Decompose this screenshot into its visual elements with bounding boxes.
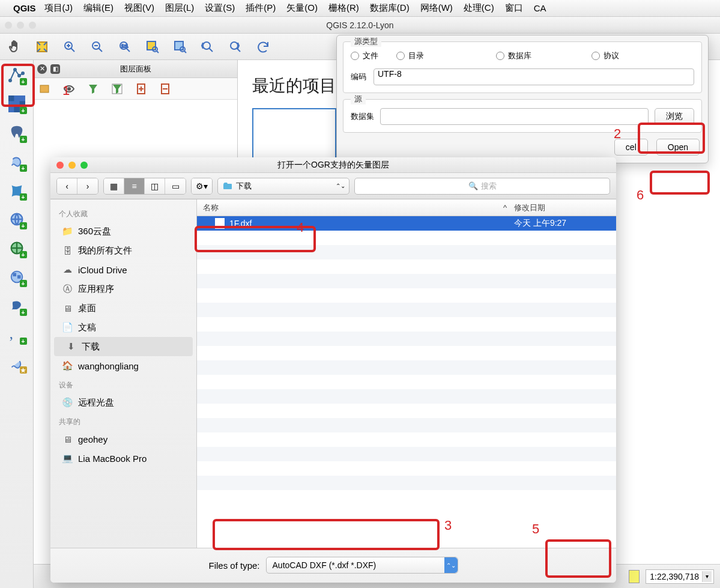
radio-directory[interactable]: 目录 <box>396 50 424 61</box>
menu-window[interactable]: 窗口 <box>505 2 523 14</box>
view-cover-icon[interactable]: ▭ <box>165 178 186 194</box>
download-icon: ⬇︎ <box>65 341 77 353</box>
file-columns[interactable]: 名称 ^ 修改日期 <box>197 199 616 216</box>
arrange-icon[interactable]: ⚙︎▾ <box>192 178 212 194</box>
radio-database[interactable]: 数据库 <box>496 50 531 61</box>
menu-view[interactable]: 视图(V) <box>124 2 154 14</box>
add-spatialite-icon[interactable]: + <box>5 150 28 173</box>
filetype-select[interactable]: AutoCAD DXF (*.dxf *.DXF) ⌃⌄ <box>266 557 458 574</box>
allfiles-icon: 🗄 <box>61 244 73 256</box>
sidebar-item-allfiles[interactable]: 🗄我的所有文件 <box>50 241 196 260</box>
radio-protocol[interactable]: 协议 <box>591 50 619 61</box>
sidebar-item-home[interactable]: 🏠wanghongliang <box>50 356 196 375</box>
path-dropdown[interactable]: 下载 ⌃⌄ <box>217 178 349 195</box>
encoding-select[interactable]: UTF-8 <box>374 68 694 85</box>
menu-plugins[interactable]: 插件(P) <box>246 2 276 14</box>
pan-icon[interactable] <box>5 37 24 56</box>
add-wcs-icon[interactable]: + <box>5 265 28 288</box>
add-group-icon[interactable] <box>38 82 52 95</box>
search-field[interactable]: 🔍 搜索 <box>354 178 610 195</box>
add-oracle-icon[interactable]: + <box>5 208 28 231</box>
zoom-full-icon[interactable] <box>32 37 52 56</box>
app-name[interactable]: QGIS <box>13 3 36 13</box>
fd-min-dot[interactable] <box>68 162 76 169</box>
fd-max-dot[interactable] <box>80 162 88 169</box>
menu-ca[interactable]: CA <box>534 3 546 13</box>
arrange[interactable]: ⚙︎▾ <box>191 178 213 195</box>
close-dot[interactable] <box>5 22 12 29</box>
menu-layer[interactable]: 图层(L) <box>165 2 194 14</box>
menu-edit[interactable]: 编辑(E) <box>83 2 113 14</box>
annotation-4-label: 4 <box>297 220 304 235</box>
zoom-next-icon[interactable] <box>226 37 245 56</box>
expand-icon[interactable] <box>135 82 148 95</box>
col-date[interactable]: 修改日期 <box>514 202 616 213</box>
sidebar-item-desktop[interactable]: 🖥桌面 <box>50 299 196 318</box>
file-row[interactable]: 1F.dxf 今天 上午9:27 <box>197 216 616 231</box>
sidebar-item-apps[interactable]: Ⓐ应用程序 <box>50 279 196 299</box>
max-dot[interactable] <box>29 22 36 29</box>
zoom-out-icon[interactable] <box>88 37 107 56</box>
nav-back-icon[interactable]: ‹ <box>57 178 77 194</box>
menu-raster[interactable]: 栅格(R) <box>328 2 359 14</box>
file-date: 今天 上午9:27 <box>514 218 616 229</box>
sidebar-item-360[interactable]: 📁360云盘 <box>50 222 196 241</box>
browse-button[interactable]: 浏览 <box>655 108 694 125</box>
panel-float-icon[interactable]: ◧ <box>50 64 60 74</box>
svg-point-13 <box>18 74 20 77</box>
sidebar-item-lia[interactable]: 💻Lia MacBook Pro <box>50 449 196 468</box>
sidebar-item-geohey[interactable]: 🖥geohey <box>50 429 196 449</box>
nav-back-forward[interactable]: ‹ › <box>56 178 98 195</box>
annotation-3-label: 3 <box>444 518 452 533</box>
add-postgis-icon[interactable]: + <box>5 121 28 144</box>
sidebar-item-documents[interactable]: 📄文稿 <box>50 318 196 337</box>
sidebar-item-downloads[interactable]: ⬇︎下载 <box>54 337 193 356</box>
fd-close-dot[interactable] <box>56 162 64 169</box>
menu-settings[interactable]: 设置(S) <box>205 2 235 14</box>
menu-processing[interactable]: 处理(C) <box>464 2 494 14</box>
src-open-button[interactable]: Open <box>656 139 700 156</box>
view-icons-icon[interactable]: ▦ <box>104 178 124 194</box>
chevron-down-icon[interactable]: ▾ <box>702 571 712 582</box>
expr-filter-icon[interactable] <box>110 82 124 95</box>
sidebar-item-icloud[interactable]: ☁︎iCloud Drive <box>50 260 196 279</box>
sort-indicator-icon[interactable]: ^ <box>496 203 514 212</box>
col-name[interactable]: 名称 <box>197 202 496 213</box>
panel-close-icon[interactable]: ✕ <box>37 64 47 74</box>
window-controls[interactable] <box>5 22 36 29</box>
nav-forward-icon[interactable]: › <box>77 178 98 194</box>
filter-icon[interactable] <box>86 82 100 95</box>
view-mode[interactable]: ▦ ≡ ◫ ▭ <box>103 178 186 195</box>
refresh-icon[interactable] <box>253 37 273 56</box>
file-rows[interactable]: 1F.dxf 今天 上午9:27 <box>197 216 616 548</box>
zoom-last-icon[interactable] <box>198 37 217 56</box>
file-sidebar: 个人收藏 📁360云盘 🗄我的所有文件 ☁︎iCloud Drive Ⓐ应用程序… <box>50 199 197 548</box>
add-wfs-icon[interactable]: + <box>5 294 28 317</box>
add-vector-icon[interactable]: + <box>5 64 28 86</box>
zoom-in-icon[interactable] <box>60 37 79 56</box>
add-wms-icon[interactable]: + <box>5 237 28 259</box>
scale-selector[interactable]: 1:22,390,718 ▾ <box>646 569 714 584</box>
zoom-layer-icon[interactable] <box>171 37 190 56</box>
home-icon: 🏠 <box>61 360 73 372</box>
collapse-icon[interactable] <box>159 82 172 95</box>
view-columns-icon[interactable]: ◫ <box>145 178 165 194</box>
add-raster-icon[interactable]: + <box>5 92 28 115</box>
menu-web[interactable]: 网络(W) <box>420 2 453 14</box>
zoom-native-icon[interactable]: 1:1 <box>115 37 135 56</box>
view-list-icon[interactable]: ≡ <box>124 178 145 194</box>
menu-database[interactable]: 数据库(D) <box>370 2 410 14</box>
file-icon <box>215 218 225 229</box>
dataset-input[interactable] <box>380 108 649 125</box>
add-delimited-icon[interactable]: , + <box>5 323 28 346</box>
menu-project[interactable]: 项目(J) <box>44 2 73 14</box>
add-virtual-icon[interactable]: ★ <box>5 352 28 375</box>
menu-vector[interactable]: 矢量(O) <box>286 2 318 14</box>
radio-file[interactable]: 文件 <box>351 50 378 61</box>
sidebar-item-remotedisc[interactable]: 💿远程光盘 <box>50 393 196 412</box>
svg-text:1:1: 1:1 <box>121 43 129 49</box>
min-dot[interactable] <box>17 22 24 29</box>
zoom-selection-icon[interactable] <box>143 37 162 56</box>
annotation-2-label: 2 <box>614 126 621 142</box>
add-mssql-icon[interactable]: + <box>5 179 28 202</box>
